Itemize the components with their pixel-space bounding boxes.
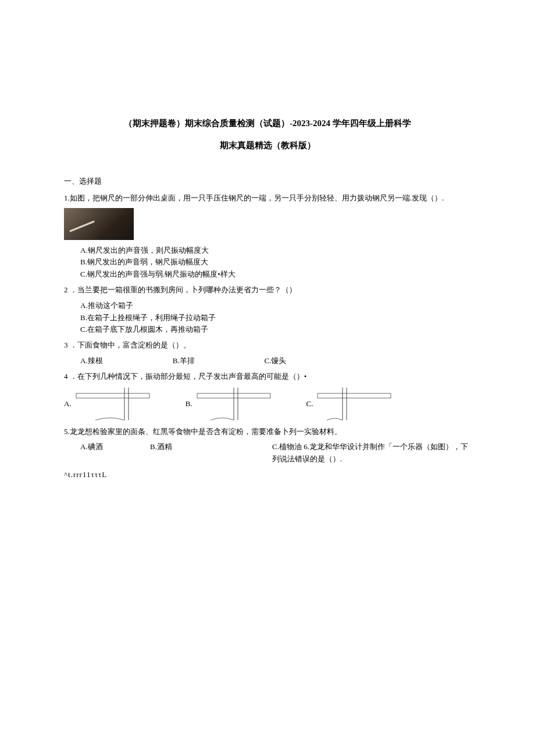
q3-text: ．下面食物中，富含淀粉的是（）。	[70, 341, 191, 349]
q2-option-b: B.在箱子上拴根绳子，利用绳子拉动箱子	[64, 312, 471, 324]
q1-option-c: C.钢尺发出的声音强与弱.钢尺振动的幅度•样大	[64, 268, 471, 281]
q6-garbled-text: ^t.rrr11τττL	[64, 469, 471, 481]
q4-option-c-diagram: C.	[306, 386, 393, 421]
q2-option-a: A.推动这个箱子	[64, 300, 471, 312]
q4-label-c: C.	[306, 398, 313, 410]
q2-stem: 2 ．当兰要把一箱很重的书搬到房间，卜列哪种办法更省力一些？（）	[64, 284, 471, 296]
q2-option-c: C.在箱子底下放几根圆木，再推动箱子	[64, 324, 471, 336]
ruler-diagram-b-icon	[196, 386, 272, 421]
q5-stem: 5.龙龙想检验家里的面条、红黑等食物中是否含有淀粉，需要准备卜列一实验材料。	[64, 426, 471, 438]
q6-stem: 6.龙龙和华华设计并制作「一个乐器（如图），下列说法错误的是（）.	[272, 442, 468, 463]
q4-stem: 4 ．在下列几种情况下，振动部分最短，尺子发出声音最高的可能是（）•	[64, 371, 471, 383]
q4-text: ．在下列几种情况下，振动部分最短，尺子发出声音最高的可能是（）•	[70, 372, 307, 381]
svg-rect-6	[318, 393, 391, 398]
page-title: （期末押题卷）期末综合质量检测（试题）-2023-2024 学年四年级上册科学	[64, 116, 471, 130]
q3-option-c: C.馒头	[265, 355, 287, 367]
q2-number: 2	[64, 285, 68, 294]
q4-number: 4	[64, 372, 68, 381]
q4-label-b: B.	[186, 398, 192, 410]
ruler-diagram-c-icon	[316, 386, 392, 421]
q5-option-c: C.植物油	[272, 442, 302, 451]
q5-number: 5.	[64, 427, 70, 436]
q4-diagram-row: A. B. C.	[64, 386, 471, 421]
svg-rect-0	[76, 393, 149, 398]
q2-text: ．当兰要把一箱很重的书搬到房间，卜列哪种办法更省力一些？（）	[70, 285, 297, 294]
q3-option-b: B.羊排	[173, 355, 195, 367]
q1-image	[64, 208, 134, 240]
q1-number: 1.	[64, 194, 70, 202]
q4-option-a-diagram: A.	[64, 386, 151, 421]
q3-options: A.辣根 B.羊排 C.馒头	[64, 355, 471, 367]
q3-option-a: A.辣根	[80, 355, 103, 367]
q5-option-a: A.碘酒	[80, 441, 150, 453]
q3-stem: 3 ．下面食物中，富含淀粉的是（）。	[64, 339, 471, 352]
q5-options-row: A.碘酒 B.酒精 C.植物油 6.龙龙和华华设计并制作「一个乐器（如图），下列…	[64, 441, 471, 465]
q5-text: 龙龙想检验家里的面条、红黑等食物中是否含有淀粉，需要准备卜列一实验材料。	[70, 427, 342, 436]
page-subtitle: 期末真题精选（教科版）	[64, 138, 471, 152]
q1-text: 如图，把钢尺的一部分伸出桌面，用一只手压住钢尺的一端，另一只手分别轻轻、用力拨动…	[70, 194, 444, 202]
q1-option-a: A.钢尺发出的声音强，则尺振动幅度大	[64, 245, 471, 257]
q5-option-b: B.酒精	[150, 441, 272, 453]
q4-label-a: A.	[64, 398, 72, 410]
q4-option-b-diagram: B.	[186, 386, 272, 421]
q1-stem: 1.如图，把钢尺的一部分伸出桌面，用一只手压住钢尺的一端，另一只手分别轻轻、用力…	[64, 192, 471, 205]
ruler-diagram-a-icon	[75, 386, 151, 421]
section-1-heading: 一、选择题	[64, 175, 471, 188]
q1-option-b: B.钢尺发出的声音弱，钢尺振动幅度大	[64, 256, 471, 268]
q3-number: 3	[64, 341, 68, 349]
